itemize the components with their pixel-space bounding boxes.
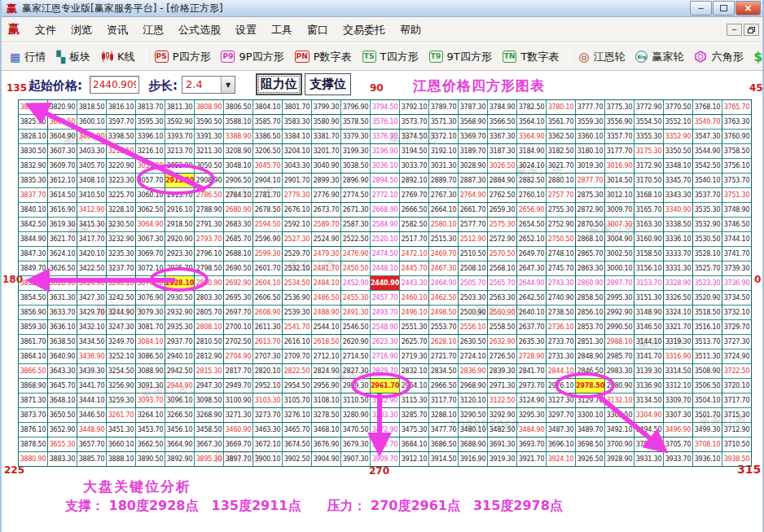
step-combobox[interactable]: 2.4 ▼ — [182, 76, 235, 94]
grid-cell: 3597.70 — [107, 115, 136, 130]
mdi-minimize-button[interactable]: ─ — [727, 24, 742, 36]
grid-cell: 3890.50 — [136, 452, 165, 467]
grid-cell: 2966.50 — [429, 379, 459, 394]
menu-item-3[interactable]: 江恩 — [135, 20, 171, 39]
grid-cell: 3388.90 — [224, 130, 253, 144]
toolbar-button-p-square[interactable]: PSP四方形 — [155, 50, 211, 64]
grid-cell: 2906.50 — [224, 174, 253, 188]
grid-cell: 3002.50 — [605, 247, 634, 262]
toolbar-button-t-square[interactable]: TST四方形 — [362, 50, 419, 64]
grid-cell: 3626.50 — [48, 262, 77, 276]
grid-cell: 3753.70 — [722, 174, 752, 188]
toolbar-button-gann-wheel[interactable]: ◎江恩轮 — [578, 50, 625, 64]
grid-cell: 2707.30 — [253, 350, 283, 364]
toolbar-button-hexagon[interactable]: 六角形 — [694, 50, 743, 64]
grid-cell: 3345.70 — [664, 174, 693, 188]
grid-cell: 3352.90 — [664, 130, 693, 144]
grid-cell: 2510.50 — [459, 247, 488, 262]
grid-cell: 2947.30 — [195, 379, 224, 394]
grid-cell: 2820.10 — [253, 364, 283, 379]
grid-cell: 3794.50 — [371, 100, 400, 115]
grid-cell: 3868.90 — [19, 379, 48, 394]
grid-cell: 3679.30 — [341, 437, 371, 452]
grid-cell: 2990.50 — [605, 320, 634, 335]
ps-badge-icon: PS — [155, 51, 169, 63]
resistance-button[interactable]: 阻力位 — [256, 73, 302, 95]
grid-cell: 2959.30 — [341, 379, 371, 394]
grid-cell: 2712.10 — [312, 350, 341, 364]
toolbar-button-9t-square[interactable]: T99T四方形 — [429, 50, 492, 64]
grid-cell: 3835.30 — [19, 174, 48, 188]
grid-cell: 2664.10 — [429, 203, 459, 218]
toolbar-button-t-table[interactable]: TNT数字表 — [503, 50, 560, 64]
maximize-button[interactable] — [713, 1, 735, 15]
grid-cell: 3439.30 — [77, 364, 107, 379]
toolbar-button-service[interactable]: $赢家服务 — [753, 50, 764, 64]
toolbar-button-quotes[interactable]: ▦行情 — [10, 50, 46, 64]
toolbar-separator — [569, 49, 570, 65]
grid-cell: 3686.50 — [429, 437, 459, 452]
angle-label-270: 270 — [369, 465, 389, 477]
grid-cell: 3648.10 — [48, 394, 77, 408]
grid-cell: 3520.90 — [693, 291, 722, 306]
grid-cell: 2692.90 — [224, 276, 253, 291]
chevron-down-icon[interactable]: ▼ — [221, 77, 235, 93]
grid-cell: 3691.30 — [488, 437, 517, 452]
toolbar-button-9p-square[interactable]: P99P四方形 — [221, 50, 283, 64]
grid-cell: 3115.30 — [400, 394, 429, 408]
grid-cell: 3372.10 — [429, 130, 459, 144]
grid-cell: 3770.50 — [664, 100, 693, 115]
grid-cell: 3379.30 — [341, 130, 371, 144]
grid-cell: 2858.50 — [576, 291, 605, 306]
menu-item-8[interactable]: 交易委托 — [336, 20, 393, 39]
grid-cell: 3146.50 — [634, 320, 664, 335]
grid-cell: 3768.10 — [693, 100, 722, 115]
menu-item-0[interactable]: 文件 — [28, 20, 64, 39]
toolbar-button-winner-wheel[interactable]: Big赢家轮 — [635, 50, 683, 64]
grid-cell: 2476.90 — [341, 247, 371, 262]
grid-cell: 2536.90 — [283, 291, 312, 306]
grid-cell: 3050.50 — [195, 159, 224, 174]
grid-cell: 2688.10 — [224, 247, 253, 262]
close-button[interactable]: × — [735, 1, 761, 15]
grid-cell: 3376.90 — [371, 130, 400, 144]
t9-badge-icon: T9 — [429, 51, 443, 63]
grid-cell: 3496.90 — [664, 423, 693, 437]
grid-cell: 3408.10 — [77, 174, 107, 188]
grid-cell: 2481.70 — [312, 262, 341, 276]
menu-item-9[interactable]: 帮助 — [393, 20, 428, 39]
grid-cell: 2988.10 — [605, 335, 634, 350]
menu-item-1[interactable]: 浏览 — [64, 20, 99, 39]
grid-cell: 3136.90 — [634, 379, 664, 394]
grid-cell: 3820.90 — [48, 100, 77, 115]
menu-item-4[interactable]: 公式选股 — [171, 20, 228, 39]
start-price-input[interactable] — [90, 76, 139, 94]
toolbar-label: 江恩轮 — [593, 50, 625, 64]
grid-cell: 2620.90 — [341, 335, 371, 350]
grid-cell: 2805.70 — [195, 306, 224, 320]
grid-cell: 3484.90 — [517, 423, 547, 437]
menu-item-6[interactable]: 工具 — [264, 20, 300, 39]
grid-cell: 3847.30 — [19, 247, 48, 262]
grid-cell: 3309.70 — [664, 394, 693, 408]
mdi-restore-button[interactable] — [744, 24, 759, 36]
support-button[interactable]: 支撑位 — [305, 73, 351, 95]
toolbar-button-kline[interactable]: K线 — [101, 50, 135, 64]
toolbar-button-p-table[interactable]: PNP数字表 — [295, 50, 352, 64]
grid-cell: 3864.10 — [19, 350, 48, 364]
grid-cell: 3801.70 — [283, 100, 312, 115]
grid-cell: 2992.90 — [605, 306, 634, 320]
grid-cell: 3556.90 — [605, 115, 634, 130]
grid-cell: 3081.70 — [136, 320, 165, 335]
menu-item-7[interactable]: 窗口 — [300, 20, 336, 39]
grid-cell: 3259.30 — [107, 394, 136, 408]
grid-cell: 2928.10 — [165, 276, 195, 291]
grid-cell: 2822.50 — [283, 364, 312, 379]
toolbar-button-sectors[interactable]: ▚板块 — [56, 50, 90, 64]
minimize-button[interactable]: ─ — [690, 1, 712, 15]
menu-item-2[interactable]: 资讯 — [99, 20, 135, 39]
grid-cell: 2599.30 — [253, 247, 283, 262]
tn-badge-icon: TN — [503, 51, 517, 63]
menu-item-5[interactable]: 设置 — [228, 20, 264, 39]
grid-cell: 3660.10 — [107, 437, 136, 452]
